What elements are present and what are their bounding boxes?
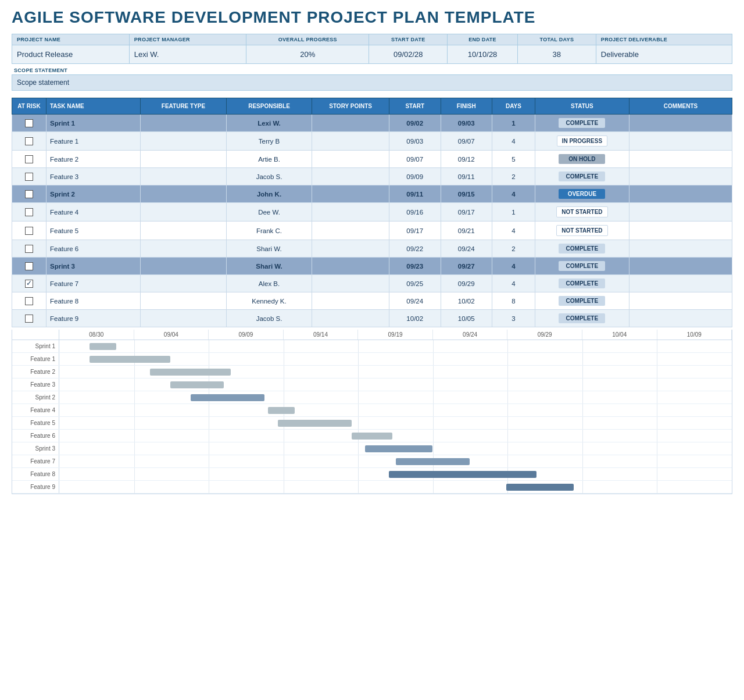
start-date: 09/22 — [389, 240, 441, 258]
story-points — [312, 310, 389, 327]
checkbox-cell[interactable] — [12, 168, 46, 185]
checkbox-icon[interactable] — [25, 119, 33, 127]
finish-date: 09/24 — [441, 240, 492, 258]
gantt-bar — [506, 484, 574, 491]
gantt-bar — [352, 433, 392, 440]
feature-type — [141, 203, 227, 222]
gantt-row: Feature 3 — [12, 378, 732, 391]
checkbox-cell[interactable] — [12, 203, 46, 222]
status-badge: COMPLETE — [559, 172, 605, 181]
gantt-row-label: Feature 4 — [12, 407, 59, 413]
checkbox-cell[interactable] — [12, 185, 46, 203]
th-days: DAYS — [492, 98, 535, 115]
comments — [629, 203, 732, 222]
responsible: Alex B. — [226, 275, 312, 292]
task-table: AT RISK TASK NAME FEATURE TYPE RESPONSIB… — [12, 98, 732, 327]
gantt-bar — [268, 407, 295, 414]
checkbox-icon[interactable] — [25, 190, 33, 198]
gantt-row-bars — [59, 430, 732, 442]
days: 2 — [492, 168, 535, 185]
status-cell: COMPLETE — [535, 292, 629, 310]
task-name: Feature 5 — [46, 222, 141, 240]
feature-type — [141, 258, 227, 275]
gantt-row: Sprint 2 — [12, 391, 732, 404]
page-title: AGILE SOFTWARE DEVELOPMENT PROJECT PLAN … — [12, 6, 732, 27]
checkbox-icon[interactable] — [25, 208, 33, 216]
checkbox-icon[interactable] — [25, 262, 33, 270]
gantt-chart: 08/3009/0409/0909/1409/1909/2409/2910/04… — [12, 330, 732, 494]
comments — [629, 132, 732, 151]
days: 4 — [492, 258, 535, 275]
gantt-row: Feature 9 — [12, 481, 732, 494]
checkbox-cell[interactable] — [12, 292, 46, 310]
checkbox-icon[interactable] — [25, 297, 33, 305]
task-name: Feature 7 — [46, 275, 141, 292]
val-start-date: 09/02/28 — [369, 45, 448, 64]
checkbox-cell[interactable] — [12, 258, 46, 275]
th-feature-type: FEATURE TYPE — [141, 98, 227, 115]
checkbox-icon[interactable] — [25, 173, 33, 181]
gantt-row-bars — [59, 353, 732, 365]
feature-type — [141, 240, 227, 258]
checkbox-cell[interactable] — [12, 115, 46, 132]
finish-date: 09/15 — [441, 185, 492, 203]
gantt-row-label: Feature 9 — [12, 484, 59, 490]
gantt-bar — [150, 369, 231, 376]
gantt-date-cell: 08/30 — [59, 330, 134, 340]
gantt-row-label: Feature 8 — [12, 471, 59, 477]
story-points — [312, 292, 389, 310]
col-project-name: PROJECT NAME — [12, 34, 130, 45]
finish-date: 09/29 — [441, 275, 492, 292]
feature-type — [141, 115, 227, 132]
feature-type — [141, 292, 227, 310]
start-date: 09/24 — [389, 292, 441, 310]
task-name: Feature 6 — [46, 240, 141, 258]
gantt-row-label: Feature 3 — [12, 381, 59, 388]
gantt-row-label: Feature 1 — [12, 356, 59, 362]
gantt-row: Feature 5 — [12, 417, 732, 430]
checkbox-icon[interactable] — [25, 137, 33, 145]
checkbox-cell[interactable] — [12, 310, 46, 327]
days: 3 — [492, 310, 535, 327]
checkbox-cell[interactable] — [12, 240, 46, 258]
finish-date: 09/07 — [441, 132, 492, 151]
gantt-date-cell: 10/04 — [582, 330, 657, 340]
finish-date: 09/17 — [441, 203, 492, 222]
start-date: 09/25 — [389, 275, 441, 292]
feature-type — [141, 222, 227, 240]
story-points — [312, 275, 389, 292]
gantt-row: Feature 2 — [12, 366, 732, 378]
checkbox-icon[interactable] — [25, 315, 33, 323]
gantt-row-bars — [59, 366, 732, 378]
val-project-manager: Lexi W. — [129, 45, 246, 64]
gantt-date-cell: 09/09 — [209, 330, 284, 340]
comments — [629, 292, 732, 310]
responsible: Artie B. — [226, 151, 312, 168]
feature-type — [141, 275, 227, 292]
col-total-days: TOTAL DAYS — [517, 34, 596, 45]
status-badge: ON HOLD — [559, 154, 605, 164]
checkbox-icon[interactable] — [25, 245, 33, 253]
checkbox-icon[interactable] — [25, 227, 33, 235]
checkbox-cell[interactable] — [12, 222, 46, 240]
gantt-row: Feature 7 — [12, 455, 732, 468]
checkbox-cell[interactable] — [12, 275, 46, 292]
checkbox-icon[interactable] — [25, 280, 33, 288]
gantt-row-label: Sprint 3 — [12, 445, 59, 452]
gantt-row: Sprint 3 — [12, 442, 732, 455]
gantt-row: Feature 6 — [12, 430, 732, 442]
feature-type — [141, 310, 227, 327]
status-cell: NOT STARTED — [535, 222, 629, 240]
th-start: START — [389, 98, 441, 115]
feature-type — [141, 185, 227, 203]
checkbox-cell[interactable] — [12, 132, 46, 151]
status-badge: COMPLETE — [559, 278, 605, 288]
story-points — [312, 185, 389, 203]
checkbox-icon[interactable] — [25, 155, 33, 163]
checkbox-cell[interactable] — [12, 151, 46, 168]
gantt-date-cell: 10/09 — [657, 330, 732, 340]
gantt-row-label: Sprint 2 — [12, 394, 59, 401]
start-date: 09/16 — [389, 203, 441, 222]
col-overall-progress: OVERALL PROGRESS — [246, 34, 369, 45]
finish-date: 10/05 — [441, 310, 492, 327]
